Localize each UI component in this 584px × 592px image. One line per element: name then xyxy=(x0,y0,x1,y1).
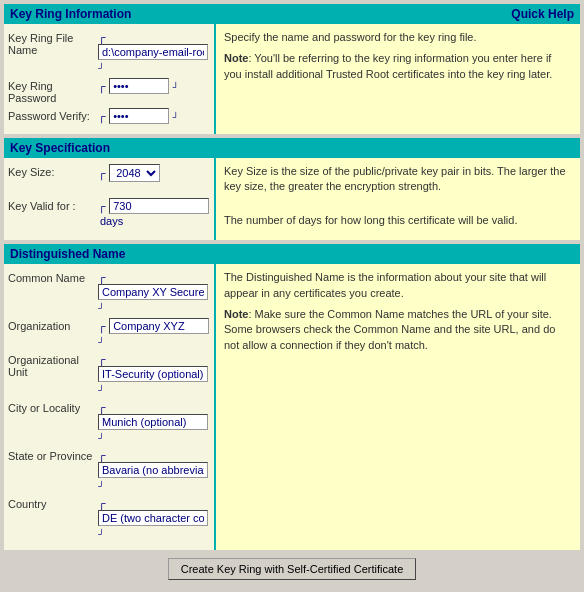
state-value: ┌ ┘ xyxy=(98,448,210,492)
password-row: Key Ring Password ┌ ┘ xyxy=(8,78,210,104)
key-size-select[interactable]: 2048 1024 4096 xyxy=(109,164,160,182)
org-unit-value: ┌ ┘ xyxy=(98,352,210,396)
common-name-end-marker: ┘ xyxy=(98,303,104,313)
distinguished-name-fields: Common Name ┌ ┘ Organization ┌ ┘ xyxy=(4,264,214,550)
password-value: ┌ ┘ xyxy=(98,78,210,94)
key-valid-value: ┌ days xyxy=(98,198,210,228)
key-valid-row: Key Valid for : ┌ days xyxy=(8,198,210,228)
key-spec-section: Key Specification Key Size: ┌ 2048 1024 … xyxy=(4,138,580,240)
key-size-row: Key Size: ┌ 2048 1024 4096 xyxy=(8,164,210,182)
ring-info-content: Key Ring File Name ┌ ┘ Key Ring Password… xyxy=(4,24,580,134)
common-name-row: Common Name ┌ ┘ xyxy=(8,270,210,314)
file-name-label: Key Ring File Name xyxy=(8,30,98,56)
file-name-row: Key Ring File Name ┌ ┘ xyxy=(8,30,210,74)
password-marker: ┌ xyxy=(98,80,106,92)
distinguished-name-content: Common Name ┌ ┘ Organization ┌ ┘ xyxy=(4,264,580,550)
key-spec-content: Key Size: ┌ 2048 1024 4096 Key Valid for… xyxy=(4,158,580,240)
create-button[interactable]: Create Key Ring with Self-Certified Cert… xyxy=(168,558,417,580)
organization-value: ┌ ┘ xyxy=(98,318,210,348)
organization-row: Organization ┌ ┘ xyxy=(8,318,210,348)
state-end-marker: ┘ xyxy=(98,481,104,491)
city-row: City or Locality ┌ ┘ xyxy=(8,400,210,444)
file-name-value: ┌ ┘ xyxy=(98,30,210,74)
password-end-marker: ┘ xyxy=(172,82,178,92)
country-label: Country xyxy=(8,496,98,510)
distinguished-name-title: Distinguished Name xyxy=(10,247,125,261)
ring-info-section: Key Ring Information Quick Help Key Ring… xyxy=(4,4,580,134)
distinguished-name-section: Distinguished Name Common Name ┌ ┘ Organ… xyxy=(4,244,580,550)
country-row: Country ┌ ┘ xyxy=(8,496,210,540)
ring-note-text: : You'll be referring to the key ring in… xyxy=(224,52,552,79)
state-label: State or Province xyxy=(8,448,98,462)
country-input[interactable] xyxy=(98,510,208,526)
key-spec-help: Key Size is the size of the public/priva… xyxy=(216,158,580,240)
country-end-marker: ┘ xyxy=(98,529,104,539)
key-spec-title: Key Specification xyxy=(10,141,110,155)
key-valid-marker: ┌ xyxy=(98,200,106,212)
common-name-input[interactable] xyxy=(98,284,208,300)
password-verify-end-marker: ┘ xyxy=(172,112,178,122)
key-spec-header: Key Specification xyxy=(4,138,580,158)
file-name-marker: ┌ xyxy=(98,31,106,43)
password-label: Key Ring Password xyxy=(8,78,98,104)
ring-help-text1: Specify the name and password for the ke… xyxy=(224,30,572,45)
key-valid-unit: days xyxy=(100,215,123,227)
city-end-marker: ┘ xyxy=(98,433,104,443)
password-verify-marker: ┌ xyxy=(98,110,106,122)
ring-info-help: Specify the name and password for the ke… xyxy=(216,24,580,134)
org-unit-end-marker: ┘ xyxy=(98,385,104,395)
common-name-value: ┌ ┘ xyxy=(98,270,210,314)
distinguished-name-header: Distinguished Name xyxy=(4,244,580,264)
ring-info-title: Key Ring Information xyxy=(10,7,131,21)
country-marker: ┌ xyxy=(98,497,106,509)
org-unit-marker: ┌ xyxy=(98,353,106,365)
ring-note-prefix: Note xyxy=(224,52,248,64)
org-unit-row: Organizational Unit ┌ ┘ xyxy=(8,352,210,396)
ring-info-header: Key Ring Information Quick Help xyxy=(4,4,580,24)
key-spec-help2: The number of days for how long this cer… xyxy=(224,213,572,228)
dn-help-text1: The Distinguished Name is the informatio… xyxy=(224,270,572,301)
organization-input[interactable] xyxy=(109,318,209,334)
password-verify-label: Password Verify: xyxy=(8,108,98,122)
key-valid-input[interactable] xyxy=(109,198,209,214)
app-container: Key Ring Information Quick Help Key Ring… xyxy=(0,0,584,592)
city-marker: ┌ xyxy=(98,401,106,413)
common-name-label: Common Name xyxy=(8,270,98,284)
key-spec-fields: Key Size: ┌ 2048 1024 4096 Key Valid for… xyxy=(4,158,214,240)
key-spec-help1: Key Size is the size of the public/priva… xyxy=(224,164,572,195)
quick-help-label: Quick Help xyxy=(511,7,574,21)
dn-help-note: Note: Make sure the Common Name matches … xyxy=(224,307,572,353)
dn-note-prefix: Note xyxy=(224,308,248,320)
city-label: City or Locality xyxy=(8,400,98,414)
distinguished-name-help: The Distinguished Name is the informatio… xyxy=(216,264,580,550)
key-size-marker: ┌ xyxy=(98,167,106,179)
country-value: ┌ ┘ xyxy=(98,496,210,540)
file-name-end-marker: ┘ xyxy=(98,63,104,73)
common-name-marker: ┌ xyxy=(98,271,106,283)
password-verify-value: ┌ ┘ xyxy=(98,108,210,124)
organization-marker: ┌ xyxy=(98,320,106,332)
password-verify-input[interactable] xyxy=(109,108,169,124)
org-unit-label: Organizational Unit xyxy=(8,352,98,378)
organization-label: Organization xyxy=(8,318,98,332)
organization-end-marker: ┘ xyxy=(98,337,104,347)
file-name-input[interactable] xyxy=(98,44,208,60)
state-row: State or Province ┌ ┘ xyxy=(8,448,210,492)
ring-info-fields: Key Ring File Name ┌ ┘ Key Ring Password… xyxy=(4,24,214,134)
password-input[interactable] xyxy=(109,78,169,94)
state-input[interactable] xyxy=(98,462,208,478)
org-unit-input[interactable] xyxy=(98,366,208,382)
key-valid-label: Key Valid for : xyxy=(8,198,98,212)
state-marker: ┌ xyxy=(98,449,106,461)
key-size-label: Key Size: xyxy=(8,164,98,178)
ring-help-text2: Note: You'll be referring to the key rin… xyxy=(224,51,572,82)
key-size-value: ┌ 2048 1024 4096 xyxy=(98,164,210,182)
city-value: ┌ ┘ xyxy=(98,400,210,444)
bottom-bar: Create Key Ring with Self-Certified Cert… xyxy=(4,550,580,588)
password-verify-row: Password Verify: ┌ ┘ xyxy=(8,108,210,124)
city-input[interactable] xyxy=(98,414,208,430)
dn-note-text: : Make sure the Common Name matches the … xyxy=(224,308,555,351)
